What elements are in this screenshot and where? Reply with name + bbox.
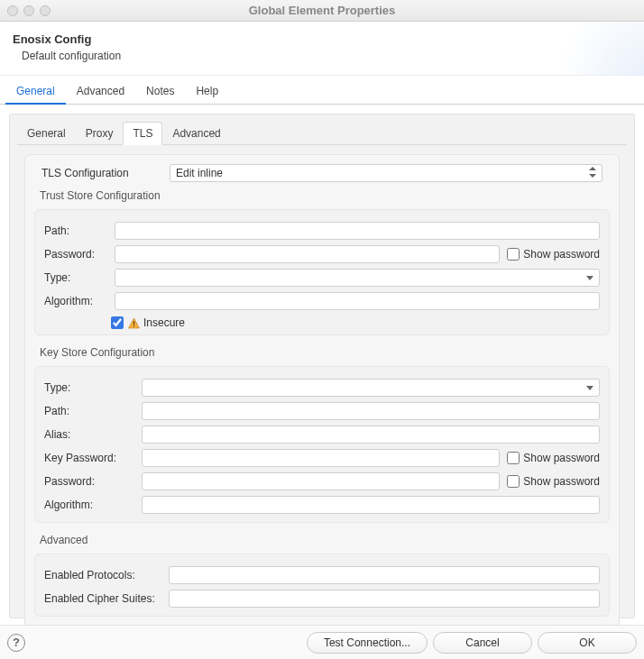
tab-help[interactable]: Help (185, 79, 229, 104)
key-store-fieldset: Type: Path: Alias: (34, 366, 610, 523)
tab-advanced[interactable]: Advanced (66, 79, 135, 104)
tab-general[interactable]: General (5, 79, 66, 105)
updown-icon (585, 167, 596, 179)
help-icon[interactable]: ? (7, 634, 25, 652)
trust-store-algorithm-label: Algorithm: (44, 295, 107, 307)
key-store-key-show-password-checkbox[interactable] (507, 452, 520, 464)
trust-store-insecure-label: Insecure (143, 316, 185, 329)
key-store-key-password-input[interactable] (142, 449, 500, 467)
inner-tab-advanced[interactable]: Advanced (162, 122, 230, 145)
minimize-window-button[interactable] (23, 5, 34, 16)
key-store-alias-input[interactable] (142, 426, 600, 444)
trust-store-show-password-checkbox[interactable] (507, 248, 520, 261)
trust-store-type-select[interactable] (115, 269, 600, 287)
chevron-down-icon (583, 383, 593, 393)
trust-store-path-input[interactable] (115, 222, 600, 240)
enabled-protocols-label: Enabled Protocols: (44, 569, 161, 581)
key-store-legend: Key Store Configuration (40, 346, 610, 359)
trust-store-password-input[interactable] (115, 245, 500, 263)
svg-rect-0 (133, 321, 133, 325)
config-title: Enosix Config (13, 32, 631, 46)
inner-tab-bar: General Proxy TLS Advanced (17, 122, 627, 145)
trust-store-password-label: Password: (44, 248, 107, 261)
advanced-legend: Advanced (40, 534, 610, 546)
trust-store-algorithm-input[interactable] (115, 292, 600, 310)
inner-tab-tls[interactable]: TLS (123, 122, 162, 145)
tls-configuration-label: TLS Configuration (41, 167, 159, 179)
chevron-down-icon (583, 273, 593, 283)
window-titlebar: Global Element Properties (0, 0, 644, 22)
trust-store-type-label: Type: (44, 271, 107, 284)
key-store-show-password-checkbox[interactable] (507, 475, 520, 488)
key-store-path-label: Path: (44, 405, 134, 417)
enabled-cipher-suites-label: Enabled Cipher Suites: (44, 592, 161, 605)
outer-tab-bar: General Advanced Notes Help (0, 79, 644, 105)
ok-button[interactable]: OK (538, 632, 637, 654)
key-store-show-password-label: Show password (523, 475, 600, 488)
advanced-fieldset: Enabled Protocols: Enabled Cipher Suites… (34, 554, 610, 617)
key-store-type-label: Type: (44, 381, 134, 394)
key-store-key-show-password-label: Show password (523, 452, 600, 464)
cancel-button[interactable]: Cancel (433, 632, 532, 654)
dialog-header: Enosix Config Default configuration (0, 22, 644, 76)
warning-icon (127, 316, 140, 329)
close-window-button[interactable] (7, 5, 18, 16)
zoom-window-button[interactable] (40, 5, 51, 16)
key-store-key-password-label: Key Password: (44, 452, 134, 464)
tab-notes[interactable]: Notes (135, 79, 185, 104)
svg-rect-1 (133, 325, 133, 326)
window-controls (0, 5, 51, 16)
enabled-cipher-suites-input[interactable] (169, 590, 600, 608)
config-subtitle: Default configuration (13, 46, 631, 69)
test-connection-button[interactable]: Test Connection... (307, 632, 428, 654)
trust-store-path-label: Path: (44, 224, 107, 237)
trust-store-fieldset: Path: Password: Show password Type: (34, 209, 610, 335)
key-store-path-input[interactable] (142, 402, 600, 420)
key-store-alias-label: Alias: (44, 428, 134, 441)
dialog-button-bar: ? Test Connection... Cancel OK (0, 625, 644, 659)
trust-store-legend: Trust Store Configuration (40, 189, 610, 202)
inner-tab-proxy[interactable]: Proxy (76, 122, 124, 145)
trust-store-show-password-label: Show password (523, 248, 600, 261)
trust-store-insecure-checkbox[interactable] (111, 316, 124, 329)
key-store-password-label: Password: (44, 475, 134, 488)
key-store-algorithm-input[interactable] (142, 496, 600, 514)
key-store-type-select[interactable] (142, 379, 600, 397)
inner-tab-general[interactable]: General (17, 122, 76, 145)
tls-configuration-value: Edit inline (176, 167, 223, 179)
window-title: Global Element Properties (0, 4, 644, 17)
tls-fieldset: TLS Configuration Edit inline Trust Stor… (24, 154, 620, 637)
key-store-algorithm-label: Algorithm: (44, 499, 134, 511)
enabled-protocols-input[interactable] (169, 566, 600, 584)
key-store-password-input[interactable] (142, 472, 500, 490)
tls-configuration-select[interactable]: Edit inline (170, 164, 603, 182)
general-panel: General Proxy TLS Advanced TLS Configura… (9, 114, 635, 618)
